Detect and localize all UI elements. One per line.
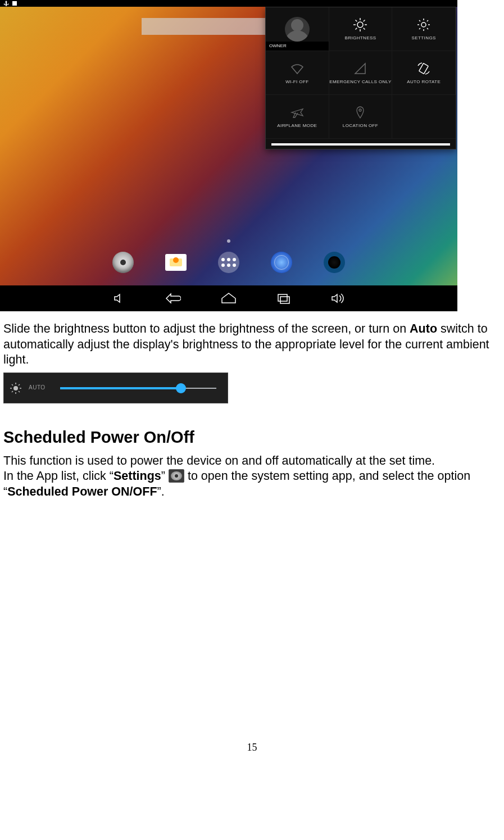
svg-rect-13 xyxy=(280,297,289,303)
recents-icon[interactable] xyxy=(276,292,291,305)
volume-down-icon[interactable] xyxy=(112,292,126,305)
home-page-indicator xyxy=(227,239,230,243)
qs-tile-location[interactable]: LOCATION OFF xyxy=(329,95,393,139)
brightness-sun-icon[interactable] xyxy=(8,381,23,396)
paragraph-scheduled-1: This function is used to power the devic… xyxy=(0,453,504,469)
svg-line-21 xyxy=(19,384,20,385)
qs-label: WI-FI OFF xyxy=(285,79,308,84)
brightness-thumb[interactable] xyxy=(176,383,186,393)
android-status-bar xyxy=(0,0,457,7)
qs-label: LOCATION OFF xyxy=(343,123,378,128)
qs-label: BRIGHTNESS xyxy=(344,35,376,40)
svg-line-22 xyxy=(12,391,13,392)
brightness-slider-figure: AUTO xyxy=(3,373,228,403)
text-run: This function is used to power the devic… xyxy=(3,453,504,469)
svg-line-6 xyxy=(364,28,365,30)
music-app-icon[interactable] xyxy=(324,252,345,273)
page-number: 15 xyxy=(0,742,504,765)
tablet-screenshot: OWNER BRIGHTNESS SETTINGS xyxy=(0,0,457,311)
android-nav-bar xyxy=(0,285,457,311)
signal-icon xyxy=(353,61,367,76)
paragraph-scheduled-2: In the App list, click “Settings” to ope… xyxy=(0,469,504,500)
qs-tile-brightness[interactable]: BRIGHTNESS xyxy=(329,7,393,51)
browser-app-icon[interactable] xyxy=(271,252,292,273)
airplane-icon xyxy=(290,105,305,120)
text-bold-schedpower: Scheduled Power ON/OFF xyxy=(7,485,157,498)
text-bold-settings: Settings xyxy=(113,469,161,483)
svg-line-7 xyxy=(364,20,365,22)
svg-rect-12 xyxy=(278,294,287,301)
svg-line-5 xyxy=(356,20,357,22)
qs-handle-bar[interactable] xyxy=(271,143,450,146)
settings-icon xyxy=(416,17,431,32)
qs-tile-airplane[interactable]: AIRPLANE MODE xyxy=(266,95,329,139)
qs-tile-owner[interactable]: OWNER xyxy=(266,7,329,51)
qs-label: AIRPLANE MODE xyxy=(277,123,317,128)
svg-rect-10 xyxy=(419,63,429,74)
settings-app-icon[interactable] xyxy=(112,252,134,273)
svg-point-0 xyxy=(357,22,363,28)
home-icon[interactable] xyxy=(220,292,237,305)
qs-tile-wifi[interactable]: WI-FI OFF xyxy=(266,51,329,95)
owner-avatar-icon xyxy=(285,17,310,42)
inline-settings-icon xyxy=(169,469,184,483)
svg-point-14 xyxy=(13,386,18,391)
document-page: OWNER BRIGHTNESS SETTINGS xyxy=(0,0,504,765)
text-bold-auto: Auto xyxy=(410,322,437,335)
auto-toggle-label[interactable]: AUTO xyxy=(29,384,46,391)
svg-line-19 xyxy=(12,384,13,385)
quick-settings-panel: OWNER BRIGHTNESS SETTINGS xyxy=(265,7,456,149)
svg-point-11 xyxy=(359,109,361,111)
brightness-icon xyxy=(353,17,367,32)
qs-label: EMERGENCY CALLS ONLY xyxy=(329,79,391,84)
location-off-icon xyxy=(353,105,367,120)
google-search-bar[interactable] xyxy=(142,18,266,35)
qs-tile-emergency[interactable]: EMERGENCY CALLS ONLY xyxy=(329,51,393,95)
svg-line-8 xyxy=(356,28,357,30)
usb-icon xyxy=(3,1,9,6)
text-run: Slide the brightness button to adjust th… xyxy=(3,322,410,335)
all-apps-icon[interactable] xyxy=(218,252,239,273)
volume-up-icon[interactable] xyxy=(330,292,345,305)
qs-tile-settings[interactable]: SETTINGS xyxy=(392,7,456,51)
email-app-icon[interactable] xyxy=(165,252,187,273)
text-run: ” xyxy=(161,469,169,483)
heading-scheduled-power: Scheduled Power On/Off xyxy=(3,428,504,447)
svg-point-9 xyxy=(421,22,426,27)
owner-label: OWNER xyxy=(266,42,329,51)
back-icon[interactable] xyxy=(165,292,181,305)
qs-tile-auto-rotate[interactable]: AUTO ROTATE xyxy=(392,51,456,95)
text-run: ”. xyxy=(157,485,165,498)
qs-label: AUTO ROTATE xyxy=(407,79,441,84)
wifi-off-icon xyxy=(290,61,305,76)
auto-rotate-icon xyxy=(416,61,431,76)
brightness-fill xyxy=(60,387,180,389)
qs-tile-empty xyxy=(392,95,456,139)
home-dock-row xyxy=(0,248,457,276)
paragraph-brightness: Slide the brightness button to adjust th… xyxy=(0,311,504,368)
svg-line-20 xyxy=(19,391,20,392)
text-run: In the App list, click “ xyxy=(3,469,113,483)
status-square-icon xyxy=(12,1,17,6)
qs-label: SETTINGS xyxy=(412,35,436,40)
